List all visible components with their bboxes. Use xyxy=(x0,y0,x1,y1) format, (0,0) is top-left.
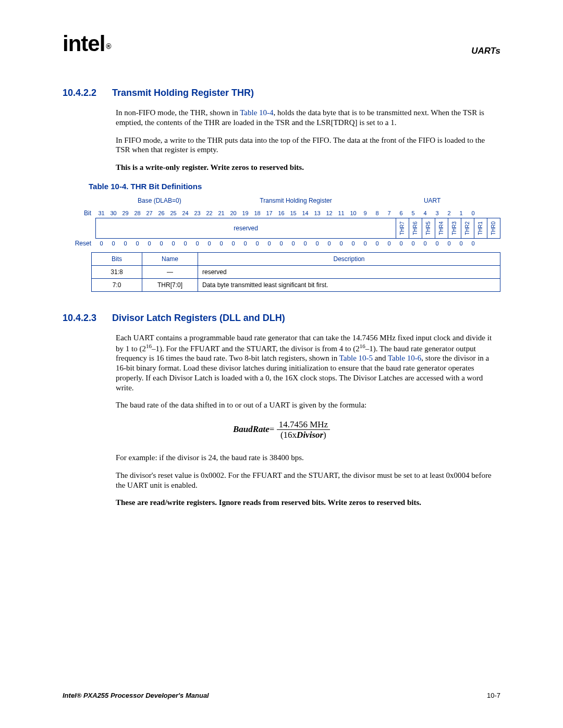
reg-hdr-mid: Transmit Holding Register xyxy=(228,197,364,204)
th-bits: Bits xyxy=(92,252,142,265)
para-dll-1: Each UART contains a programmable baud r… xyxy=(116,333,500,393)
reset-value: 0 xyxy=(227,240,239,246)
cell: — xyxy=(142,265,198,278)
sup: 16 xyxy=(360,343,365,349)
reset-row: Reset 00000000000000000000000000000000 xyxy=(63,240,500,247)
reset-value: 0 xyxy=(431,240,443,246)
bit-number: 13 xyxy=(311,210,323,216)
bit-number: 31 xyxy=(95,210,107,216)
section-title: Transmit Holding Register THR) xyxy=(112,88,254,98)
section-title: Divisor Latch Registers (DLL and DLH) xyxy=(112,313,285,323)
cell: Data byte transmitted least significant … xyxy=(198,278,500,291)
reset-value: 0 xyxy=(395,240,407,246)
field-thr7: THR7 xyxy=(396,218,409,238)
chapter-title: UARTs xyxy=(471,46,500,56)
bit-number: 9 xyxy=(359,210,371,216)
section-10-4-2-3-heading: 10.4.2.3Divisor Latch Registers (DLL and… xyxy=(63,313,500,324)
bit-number: 24 xyxy=(179,210,191,216)
reset-value: 0 xyxy=(371,240,383,246)
bit-description-table: Bits Name Description 31:8 — reserved 7:… xyxy=(91,252,500,292)
reset-value: 0 xyxy=(467,240,479,246)
text: and xyxy=(373,354,388,362)
bit-number: 14 xyxy=(299,210,311,216)
reset-value: 0 xyxy=(323,240,335,246)
dll-note: These are read/write registers. Ignore r… xyxy=(116,498,500,508)
reset-label: Reset xyxy=(63,240,95,247)
th-desc: Description xyxy=(198,252,500,265)
reset-value: 0 xyxy=(239,240,251,246)
page-footer: Intel® PXA255 Processor Developer's Manu… xyxy=(63,692,500,699)
bit-number: 6 xyxy=(395,210,407,216)
reset-value: 0 xyxy=(311,240,323,246)
logo-text: intel xyxy=(63,31,105,56)
bit-number: 21 xyxy=(215,210,227,216)
logo-reg: ® xyxy=(106,42,111,51)
field-reserved: reserved xyxy=(96,218,396,238)
bit-number: 22 xyxy=(203,210,215,216)
link-table-10-5[interactable]: Table 10-5 xyxy=(339,354,373,362)
reset-value: 0 xyxy=(335,240,347,246)
reset-value: 0 xyxy=(191,240,203,246)
bit-number: 15 xyxy=(287,210,299,216)
cell: 7:0 xyxy=(92,278,142,291)
field-thr5: THR5 xyxy=(422,218,435,238)
th-name: Name xyxy=(142,252,198,265)
field-thr3: THR3 xyxy=(448,218,461,238)
reset-value: 0 xyxy=(107,240,119,246)
reset-value: 0 xyxy=(251,240,263,246)
bit-number: 27 xyxy=(143,210,155,216)
bit-number: 11 xyxy=(335,210,347,216)
reset-value: 0 xyxy=(347,240,359,246)
bit-number: 7 xyxy=(383,210,395,216)
para-dll-2: The baud rate of the data shifted in to … xyxy=(116,400,500,410)
register-diagram: Base (DLAB=0) Transmit Holding Register … xyxy=(63,197,500,292)
bit-number: 26 xyxy=(155,210,167,216)
bit-label: Bit xyxy=(63,209,95,217)
reset-value: 0 xyxy=(359,240,371,246)
reg-hdr-right: UART xyxy=(364,197,500,204)
bit-number: 3 xyxy=(431,210,443,216)
bit-number: 5 xyxy=(407,210,419,216)
link-table-10-6[interactable]: Table 10-6 xyxy=(388,354,421,362)
para-dll-4: The divisor's reset value is 0x0002. For… xyxy=(116,471,500,490)
bit-number: 29 xyxy=(119,210,131,216)
field-thr0: THR0 xyxy=(487,218,500,238)
para-dll-3: For example: if the divisor is 24, the b… xyxy=(116,453,500,463)
section-number: 10.4.2.2 xyxy=(63,88,112,98)
bit-number: 16 xyxy=(275,210,287,216)
formula-denominator: (16xDivisor) xyxy=(278,430,328,440)
reset-value: 0 xyxy=(383,240,395,246)
reset-value: 0 xyxy=(95,240,107,246)
reset-value: 0 xyxy=(155,240,167,246)
reset-value: 0 xyxy=(143,240,155,246)
bit-number: 2 xyxy=(443,210,455,216)
thr-note: This is a write-only register. Write zer… xyxy=(116,163,500,172)
reg-hdr-left: Base (DLAB=0) xyxy=(91,197,228,204)
bit-number: 30 xyxy=(107,210,119,216)
field-row: reserved THR7 THR6 THR5 THR4 THR3 THR2 T… xyxy=(63,218,500,239)
reset-value: 0 xyxy=(299,240,311,246)
reset-value: 0 xyxy=(167,240,179,246)
reset-value: 0 xyxy=(287,240,299,246)
bit-number: 0 xyxy=(467,210,479,216)
link-table-10-4[interactable]: Table 10-4 xyxy=(240,108,273,117)
field-thr1: THR1 xyxy=(474,218,487,238)
reset-value: 0 xyxy=(203,240,215,246)
bit-number: 23 xyxy=(191,210,203,216)
bit-number: 8 xyxy=(371,210,383,216)
section-number: 10.4.2.3 xyxy=(63,313,112,324)
page-header: intel® UARTs xyxy=(63,31,500,56)
reset-value: 0 xyxy=(419,240,431,246)
bit-number: 28 xyxy=(131,210,143,216)
formula-eq: = xyxy=(270,424,275,434)
reset-value: 0 xyxy=(215,240,227,246)
bit-number: 25 xyxy=(167,210,179,216)
bit-number-row: Bit 313029282726252423222120191817161514… xyxy=(63,209,500,217)
reset-value: 0 xyxy=(455,240,467,246)
table-row: 7:0 THR[7:0] Data byte transmitted least… xyxy=(92,278,500,291)
section-10-4-2-2-heading: 10.4.2.2Transmit Holding Register THR) xyxy=(63,88,500,98)
register-header: Base (DLAB=0) Transmit Holding Register … xyxy=(91,197,500,204)
cell: reserved xyxy=(198,265,500,278)
field-thr4: THR4 xyxy=(435,218,448,238)
reset-value: 0 xyxy=(119,240,131,246)
